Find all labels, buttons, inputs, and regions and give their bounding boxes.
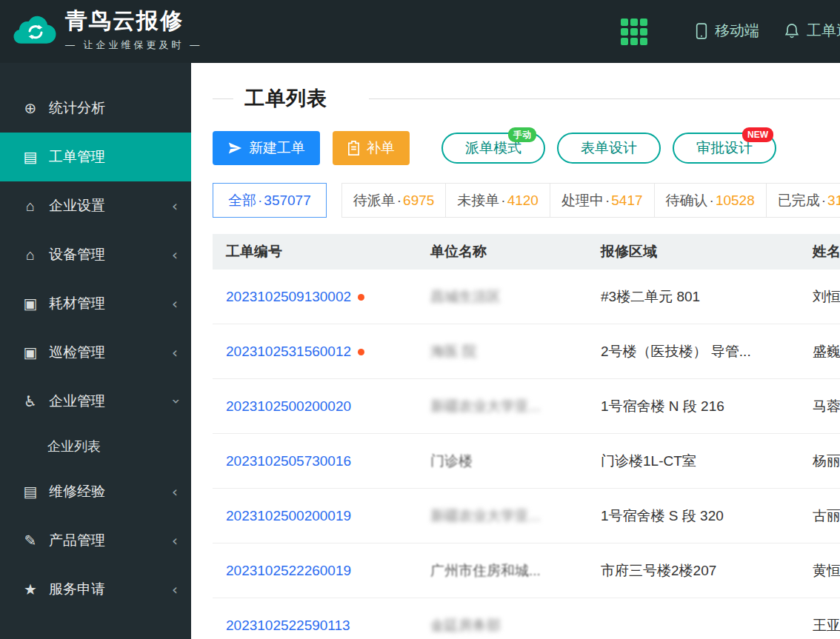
- workorder-id-link[interactable]: 2023102500200020: [226, 398, 351, 414]
- notice-nav[interactable]: 工单通知: [784, 21, 840, 41]
- filter-tab[interactable]: 处理中·5417: [550, 184, 654, 217]
- sidebar-item-enterprise-list[interactable]: 企业列表: [0, 426, 191, 467]
- sidebar-item-workorders[interactable]: ▤ 工单管理: [0, 133, 191, 181]
- stats-globe-icon: ⊕: [19, 99, 41, 117]
- table-row[interactable]: 2023102500200019 新疆农业大学亚... 1号宿舍楼 S 段 32…: [213, 489, 840, 543]
- top-header: 青鸟云报修 — 让企业维保更及时 — 移动端 工单: [0, 0, 840, 63]
- mobile-nav[interactable]: 移动端: [695, 21, 759, 41]
- sidebar-item-equipment[interactable]: ⌂ 设备管理 ‹: [0, 230, 191, 279]
- approval-design-label: 审批设计: [696, 138, 753, 158]
- home-icon: ⌂: [19, 198, 41, 215]
- app-title: 青鸟云报修: [65, 6, 202, 36]
- box-icon: ▣: [19, 295, 41, 312]
- table-row[interactable]: 2023102500200020 新疆农业大学亚... 1号宿舍楼 N 段 21…: [213, 379, 840, 434]
- supplement-order-button[interactable]: 补单: [333, 131, 410, 165]
- dispatch-mode-button[interactable]: 派单模式 手动: [441, 133, 545, 164]
- home-icon: ⌂: [19, 247, 41, 264]
- app-window: 青鸟云报修 — 让企业维保更及时 — 移动端 工单: [0, 0, 840, 639]
- unit-name: 新疆农业大学亚...: [430, 398, 541, 414]
- status-filter-bar: 全部·357077 待派单·6975 未接单·4120 处理中·5417 待确认…: [213, 183, 840, 218]
- form-design-button[interactable]: 表单设计: [557, 133, 661, 164]
- table-row[interactable]: 2023102505730016 门诊楼 门诊楼1L-CT室 杨丽娜: [213, 434, 840, 489]
- unit-name: 广州市住房和城...: [430, 563, 541, 578]
- chevron-icon: ‹: [172, 246, 178, 264]
- notice-label: 工单通知: [807, 21, 840, 41]
- approval-design-button[interactable]: 审批设计 NEW: [673, 133, 776, 164]
- sidebar-item-enterprise-settings[interactable]: ⌂ 企业设置 ‹: [0, 181, 191, 230]
- column-header-2: 单位名称: [417, 234, 587, 270]
- sidebar-item-label: 产品管理: [49, 531, 172, 550]
- supplement-order-label: 补单: [367, 138, 395, 158]
- workorder-id-link[interactable]: 2023102500200019: [226, 508, 351, 523]
- filter-tab[interactable]: 已完成·313603: [766, 184, 840, 217]
- sidebar-item-inspection[interactable]: ▣ 巡检管理 ‹: [0, 328, 191, 377]
- table-row[interactable]: 2023102509130002 昌城生活区 #3楼二单元 801 刘恒斌: [213, 270, 840, 324]
- sidebar-item-product[interactable]: ✎ 产品管理 ‹: [0, 516, 191, 565]
- sidebar-item-repair-experience[interactable]: ▤ 维修经验 ‹: [0, 467, 191, 516]
- sidebar-item-service-request[interactable]: ★ 服务申请 ‹: [0, 565, 191, 614]
- unit-name: 金廷房务部: [430, 618, 501, 633]
- filter-label: 全部: [228, 191, 256, 210]
- filter-separator: ·: [605, 193, 610, 209]
- sidebar-item-label: 统计分析: [49, 98, 178, 118]
- table-row[interactable]: 2023102522260019 广州市住房和城... 市府三号楼2楼207 黄…: [213, 543, 840, 598]
- repair-area: #3楼二单元 801: [587, 270, 799, 324]
- reporter-name: 杨丽娜: [799, 434, 840, 489]
- filter-separator: ·: [501, 193, 505, 209]
- unit-name: 海医 院: [430, 344, 476, 359]
- sidebar-item-label: 服务申请: [49, 580, 172, 599]
- unread-dot-icon: [358, 294, 364, 301]
- reporter-name: 马蓉蓉: [799, 379, 840, 434]
- workorder-list-icon: ▤: [19, 148, 41, 166]
- workorder-id-link[interactable]: 2023102505730016: [226, 453, 351, 469]
- workorder-id-link[interactable]: 2023102509130002: [226, 289, 351, 304]
- workorder-id-link[interactable]: 2023102531560012: [226, 344, 351, 359]
- chevron-icon: ‹: [172, 295, 178, 312]
- accessibility-icon: ♿: [19, 392, 41, 410]
- repair-area: 1号宿舍楼 S 段 320: [587, 489, 799, 543]
- new-workorder-button[interactable]: 新建工单: [213, 131, 320, 165]
- list-icon: ▤: [19, 483, 41, 501]
- filter-tab[interactable]: 待派单·6975: [342, 184, 446, 217]
- table-header-row: 工单编号单位名称报修区域姓名: [213, 234, 840, 270]
- apps-grid-icon[interactable]: [621, 19, 647, 45]
- column-header-4: 姓名: [799, 234, 840, 270]
- table-row[interactable]: 2023102522590113 金廷房务部 王亚利: [213, 598, 840, 639]
- reporter-name: 王亚利: [799, 598, 840, 639]
- new-badge: NEW: [742, 127, 773, 142]
- logo[interactable]: 青鸟云报修 — 让企业维保更及时 —: [12, 6, 202, 52]
- filter-count: 5417: [611, 193, 642, 209]
- paper-plane-icon: [227, 141, 242, 155]
- reporter-name: 盛巍巍: [799, 324, 840, 379]
- filter-tab[interactable]: 待确认·10528: [654, 184, 766, 217]
- title-divider-right: [369, 98, 840, 99]
- column-header-3: 报修区域: [587, 234, 799, 270]
- star-icon: ★: [19, 581, 41, 598]
- sidebar-item-consumables[interactable]: ▣ 耗材管理 ‹: [0, 279, 191, 328]
- box-icon: ▣: [19, 344, 41, 361]
- chevron-icon: ‹: [172, 197, 178, 215]
- filter-tab[interactable]: 未接单·4120: [445, 184, 550, 217]
- chevron-icon: ‹: [172, 344, 178, 361]
- bell-icon: [784, 21, 800, 41]
- sidebar-item-label: 工单管理: [49, 147, 178, 167]
- filter-label: 待派单: [353, 191, 396, 210]
- sidebar-item-stats[interactable]: ⊕ 统计分析: [0, 84, 191, 133]
- workorder-id-link[interactable]: 2023102522260019: [226, 563, 351, 578]
- workorder-table: 工单编号单位名称报修区域姓名 2023102509130002 昌城生活区 #3…: [213, 234, 840, 639]
- reporter-name: 黄恒鑫: [799, 543, 840, 598]
- column-header-1: 工单编号: [213, 234, 417, 270]
- chevron-icon: ‹: [172, 581, 178, 598]
- workorder-id-link[interactable]: 2023102522590113: [226, 618, 350, 633]
- page-title-row: 工单列表: [213, 85, 840, 112]
- table-row[interactable]: 2023102531560012 海医 院 2号楼（医技楼） 导管... 盛巍巍: [213, 324, 840, 379]
- pen-icon: ✎: [19, 532, 41, 549]
- filter-count: 10528: [716, 193, 755, 209]
- filter-separator: ·: [821, 193, 826, 209]
- sidebar-item-enterprise-mgmt[interactable]: ♿ 企业管理 ‹: [0, 377, 191, 426]
- filter-label: 未接单: [457, 191, 499, 210]
- filter-tab-all[interactable]: 全部·357077: [213, 183, 327, 218]
- chevron-icon: ‹: [172, 532, 178, 549]
- sidebar-item-label: 耗材管理: [49, 294, 172, 313]
- sidebar-item-label: 巡检管理: [49, 343, 172, 362]
